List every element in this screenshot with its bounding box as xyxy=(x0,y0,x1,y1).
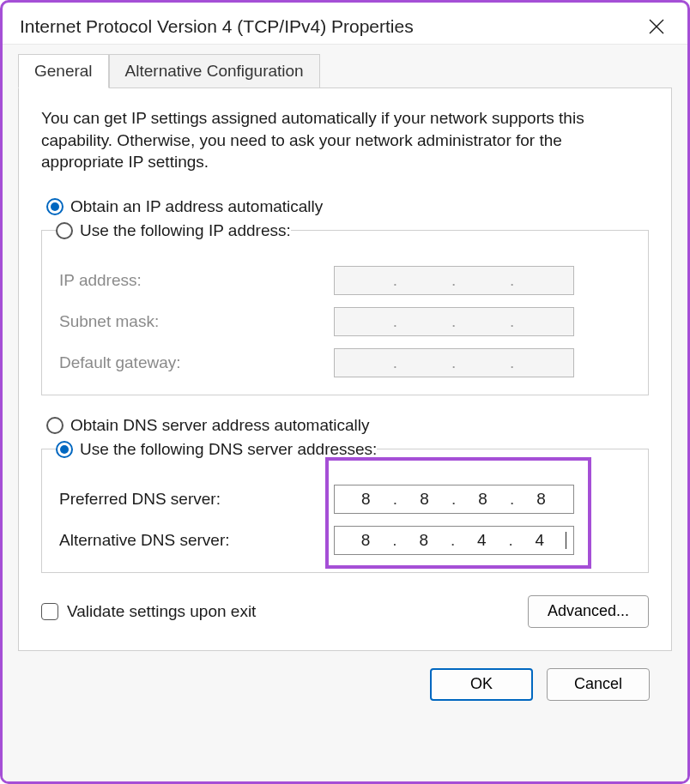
tabpanel-general: You can get IP settings assigned automat… xyxy=(18,87,672,651)
label-default-gateway: Default gateway: xyxy=(59,353,334,372)
checkbox-validate-on-exit[interactable]: Validate settings upon exit xyxy=(41,602,256,621)
radio-obtain-ip-auto[interactable]: Obtain an IP address automatically xyxy=(46,197,649,216)
close-button[interactable] xyxy=(643,13,670,40)
input-subnet-mask: . . . xyxy=(334,307,574,336)
tab-strip: General Alternative Configuration xyxy=(18,54,672,88)
label-preferred-dns: Preferred DNS server: xyxy=(59,490,334,509)
group-ip-manual: Use the following IP address: IP address… xyxy=(41,221,649,395)
radio-icon xyxy=(56,222,73,239)
input-default-gateway: . . . xyxy=(334,348,574,377)
text-caret xyxy=(566,532,566,549)
window-title: Internet Protocol Version 4 (TCP/IPv4) P… xyxy=(20,16,414,37)
label-ip-address: IP address: xyxy=(59,271,334,290)
input-alternate-dns[interactable]: 8. 8. 4. 4 xyxy=(334,526,574,555)
dialog-footer: OK Cancel xyxy=(18,651,672,721)
group-dns-manual: Use the following DNS server addresses: … xyxy=(41,440,649,573)
radio-use-ip-manual[interactable]: Use the following IP address: xyxy=(56,221,291,240)
ipv4-properties-dialog: Internet Protocol Version 4 (TCP/IPv4) P… xyxy=(0,0,690,784)
tab-general[interactable]: General xyxy=(18,54,109,88)
cancel-button[interactable]: Cancel xyxy=(547,668,650,701)
radio-label: Use the following IP address: xyxy=(80,221,291,240)
radio-icon xyxy=(56,441,73,458)
tab-alternative-configuration[interactable]: Alternative Configuration xyxy=(109,54,320,88)
label-alternate-dns: Alternative DNS server: xyxy=(59,531,334,550)
radio-use-dns-manual[interactable]: Use the following DNS server addresses: xyxy=(56,440,377,459)
advanced-button[interactable]: Advanced... xyxy=(528,595,649,628)
radio-icon xyxy=(46,198,64,215)
radio-label: Use the following DNS server addresses: xyxy=(80,440,377,459)
radio-icon xyxy=(46,417,64,434)
close-icon xyxy=(649,19,664,34)
radio-label: Obtain DNS server address automatically xyxy=(70,416,369,435)
checkbox-label: Validate settings upon exit xyxy=(67,602,256,621)
radio-label: Obtain an IP address automatically xyxy=(70,197,323,216)
radio-obtain-dns-auto[interactable]: Obtain DNS server address automatically xyxy=(46,416,649,435)
label-subnet-mask: Subnet mask: xyxy=(59,312,334,331)
titlebar: Internet Protocol Version 4 (TCP/IPv4) P… xyxy=(3,3,687,44)
ok-button[interactable]: OK xyxy=(430,668,533,701)
checkbox-icon xyxy=(41,603,58,620)
input-preferred-dns[interactable]: 8. 8. 8. 8 xyxy=(334,485,574,514)
intro-text: You can get IP settings assigned automat… xyxy=(41,107,649,173)
input-ip-address: . . . xyxy=(334,266,574,295)
